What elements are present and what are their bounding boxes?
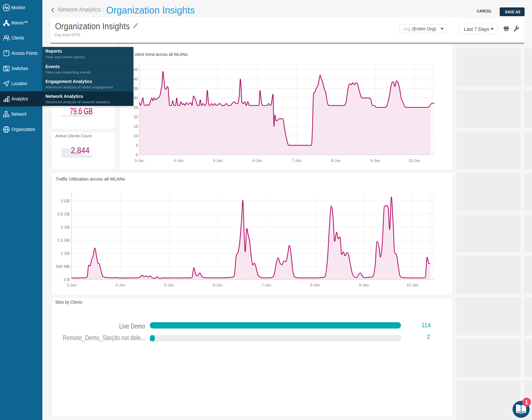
svg-text:4-Jan: 4-Jan bbox=[174, 158, 183, 163]
svg-text:2.5 GB: 2.5 GB bbox=[58, 212, 70, 216]
svg-text:9-Jan: 9-Jan bbox=[359, 283, 369, 287]
svg-text:30: 30 bbox=[134, 96, 138, 100]
svg-text:10-Jan: 10-Jan bbox=[408, 158, 420, 163]
svg-text:10: 10 bbox=[134, 134, 138, 138]
svg-text:6-Jan: 6-Jan bbox=[213, 283, 223, 287]
svg-text:500 MB: 500 MB bbox=[56, 264, 70, 269]
svg-text:5-Jan: 5-Jan bbox=[213, 158, 223, 163]
svg-text:7-Jan: 7-Jan bbox=[291, 158, 301, 163]
svg-text:4-Jan: 4-Jan bbox=[115, 283, 125, 287]
svg-text:35: 35 bbox=[134, 87, 138, 91]
svg-text:7-Jan: 7-Jan bbox=[261, 283, 271, 287]
svg-text:10-Jan: 10-Jan bbox=[406, 283, 418, 287]
svg-text:5-Jan: 5-Jan bbox=[164, 283, 174, 287]
svg-text:5: 5 bbox=[136, 143, 138, 148]
svg-text:25: 25 bbox=[134, 105, 138, 110]
svg-text:1.5 GB: 1.5 GB bbox=[58, 238, 70, 242]
svg-text:8-Jan: 8-Jan bbox=[310, 283, 320, 287]
svg-text:3-Jan: 3-Jan bbox=[134, 158, 144, 163]
svg-text:9-Jan: 9-Jan bbox=[370, 158, 380, 163]
svg-text:1 GB: 1 GB bbox=[61, 251, 70, 256]
svg-text:6-Jan: 6-Jan bbox=[252, 158, 262, 163]
svg-text:8-Jan: 8-Jan bbox=[331, 158, 341, 163]
svg-text:2 GB: 2 GB bbox=[61, 225, 70, 229]
svg-text:40: 40 bbox=[134, 77, 138, 81]
svg-text:45: 45 bbox=[134, 67, 138, 72]
svg-text:0 B: 0 B bbox=[64, 277, 70, 282]
svg-text:0: 0 bbox=[136, 153, 138, 157]
svg-text:3-Jan: 3-Jan bbox=[67, 283, 76, 287]
svg-text:3 GB: 3 GB bbox=[61, 199, 70, 203]
svg-text:15: 15 bbox=[134, 124, 138, 129]
svg-text:20: 20 bbox=[134, 115, 138, 119]
